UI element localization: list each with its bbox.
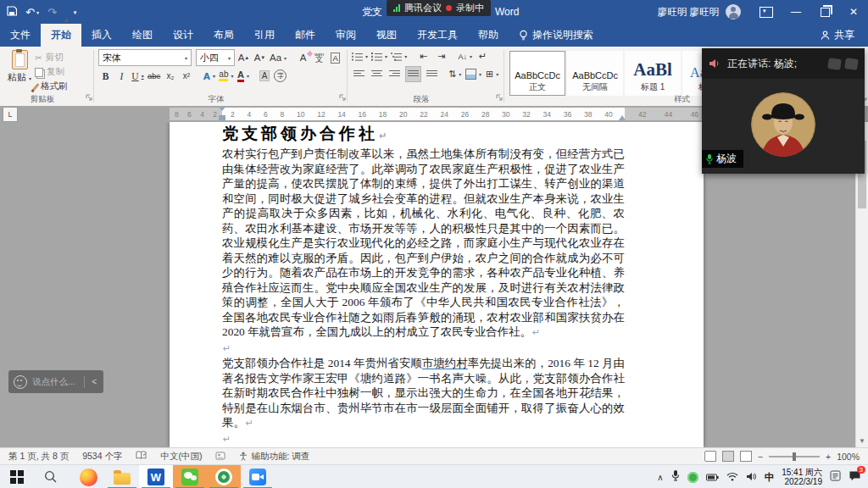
taskbar-green-app[interactable] (207, 465, 241, 488)
macro-record-icon[interactable] (215, 452, 225, 462)
tab-developer[interactable]: 开发工具 (407, 24, 468, 47)
character-shading-button[interactable]: A (257, 69, 271, 83)
zoom-slider[interactable] (769, 456, 820, 458)
zoom-in-icon[interactable]: + (826, 452, 831, 462)
align-center-icon[interactable] (370, 67, 384, 81)
tab-insert[interactable]: 插入 (81, 24, 122, 47)
read-mode-icon[interactable] (704, 451, 716, 462)
tab-help[interactable]: 帮助 (468, 24, 509, 47)
meeting-recording-pill[interactable]: 腾讯会议 录制中 (387, 0, 491, 16)
restore-button[interactable] (810, 0, 839, 24)
zoom-out-icon[interactable]: − (758, 452, 763, 462)
meeting-panel-header[interactable]: 正在讲话: 杨波; (702, 48, 865, 79)
proofing-icon[interactable] (136, 451, 147, 462)
tray-notes-icon[interactable] (830, 469, 841, 485)
change-case-button[interactable]: Aa (269, 51, 287, 65)
paragraph-dialog-launcher-icon[interactable] (496, 89, 503, 104)
tab-stop-selector[interactable]: L (3, 107, 18, 122)
format-painter-button[interactable]: 格式刷 (35, 80, 68, 93)
shading-icon[interactable] (465, 67, 481, 81)
font-color-button[interactable]: A (236, 69, 250, 83)
cut-button[interactable]: ✂剪切 (35, 51, 68, 64)
paste-button[interactable]: 粘贴 (4, 49, 35, 93)
taskbar-wechat[interactable] (173, 465, 207, 488)
style-no-spacing[interactable]: AaBbCcDc 无间隔 (567, 51, 623, 96)
ime-indicator[interactable]: 中 (765, 471, 775, 484)
meeting-button-icon[interactable] (844, 58, 859, 70)
battery-icon[interactable] (706, 469, 719, 485)
taskbar-clock[interactable]: 15:41 周六 2022/3/19 (782, 468, 822, 487)
text-effects-button[interactable]: A (202, 69, 216, 83)
microphone-tray-icon[interactable] (671, 469, 680, 485)
account-name[interactable]: 廖旺明 廖旺明 (658, 6, 719, 19)
show-hidden-icons-chevron[interactable]: ∧ (657, 473, 663, 482)
redo-icon[interactable]: ↷ (47, 7, 57, 18)
numbered-list-icon[interactable] (371, 49, 387, 64)
multilevel-list-icon[interactable] (391, 49, 407, 64)
volume-icon[interactable] (746, 469, 757, 485)
style-heading1[interactable]: AaBl 标题 1 (625, 51, 681, 96)
taskbar-word[interactable]: W (139, 465, 173, 488)
save-icon[interactable] (7, 6, 17, 18)
decrease-indent-icon[interactable]: ⇤ (416, 49, 431, 64)
sort-icon[interactable]: A↓ (458, 49, 472, 64)
account-avatar[interactable] (726, 4, 741, 19)
align-right-icon[interactable] (387, 67, 402, 81)
strikethrough-button[interactable]: abc (147, 69, 161, 83)
print-layout-icon[interactable] (722, 451, 734, 462)
meeting-button-icon[interactable] (827, 58, 842, 70)
increase-indent-icon[interactable]: ⇥ (434, 49, 448, 64)
tab-design[interactable]: 设计 (163, 24, 203, 47)
start-button[interactable] (0, 465, 34, 488)
taskbar-tencent-meeting[interactable] (241, 465, 275, 488)
tab-draw[interactable]: 绘图 (122, 24, 163, 47)
minimize-button[interactable]: — (782, 0, 810, 24)
show-formatting-marks-icon[interactable]: ↵ (476, 49, 490, 64)
word-count-status[interactable]: 9534 个字 (82, 451, 122, 463)
left-indent-marker[interactable] (219, 115, 225, 120)
tab-references[interactable]: 引用 (244, 24, 285, 47)
share-button[interactable]: 共享 (807, 24, 868, 47)
superscript-button[interactable]: x² (179, 69, 193, 83)
meeting-header-buttons[interactable] (828, 58, 858, 69)
shrink-font-button[interactable]: A▼ (253, 51, 267, 65)
undo-icon[interactable]: ↶ (25, 7, 39, 18)
accessibility-status[interactable]: 辅助功能: 调查 (239, 451, 309, 463)
subscript-button[interactable]: x₂ (163, 69, 177, 83)
tab-home[interactable]: 开始 (41, 24, 81, 47)
taskbar-firefox[interactable] (71, 465, 105, 488)
underline-button[interactable]: U (131, 69, 145, 83)
close-button[interactable]: ✕ (839, 0, 868, 24)
highlight-color-button[interactable]: ab (218, 69, 234, 83)
wifi-icon[interactable] (726, 469, 738, 485)
zoom-level[interactable]: 100% (837, 452, 860, 462)
clear-formatting-button[interactable]: A (296, 51, 310, 65)
pinyin-guide-button[interactable]: wén文 (312, 51, 326, 65)
tab-file[interactable]: 文件 (0, 24, 41, 47)
tell-me-search[interactable]: 操作说明搜索 (509, 24, 604, 47)
borders-icon[interactable]: ⊞ (485, 67, 499, 81)
font-size-select[interactable]: 小四 (196, 49, 235, 66)
first-line-indent-marker[interactable] (219, 107, 225, 111)
italic-button[interactable]: I (114, 69, 129, 83)
customize-qat-icon[interactable]: ▾ (74, 9, 77, 15)
enclose-characters-button[interactable]: 字 (273, 69, 287, 83)
tab-mailings[interactable]: 邮件 (285, 24, 326, 47)
document-page[interactable]: 党支部领办合作社↵ 农村实行包产到户责任制改革以来，虽然土地集体所有制没有变，但… (170, 122, 704, 447)
ribbon-display-options-icon[interactable] (753, 0, 782, 24)
clipboard-dialog-launcher-icon[interactable] (86, 89, 92, 104)
copy-button[interactable]: 复制 (35, 65, 68, 79)
align-left-icon[interactable] (352, 67, 366, 81)
distribute-icon[interactable] (425, 67, 439, 81)
tab-layout[interactable]: 布局 (203, 24, 244, 47)
font-dialog-launcher-icon[interactable] (339, 89, 346, 104)
line-spacing-icon[interactable]: ⇅ (448, 67, 462, 81)
justify-icon[interactable] (405, 66, 421, 82)
bold-button[interactable]: B (98, 69, 113, 83)
zoom-slider-thumb[interactable] (793, 452, 796, 461)
green-tray-icon[interactable] (687, 472, 698, 483)
page-number-status[interactable]: 第 1 页, 共 8 页 (8, 451, 69, 463)
collapse-chat-icon[interactable]: < (90, 377, 98, 386)
chat-input-placeholder[interactable]: 说点什么... (32, 376, 75, 388)
taskbar-file-explorer[interactable] (105, 465, 139, 488)
